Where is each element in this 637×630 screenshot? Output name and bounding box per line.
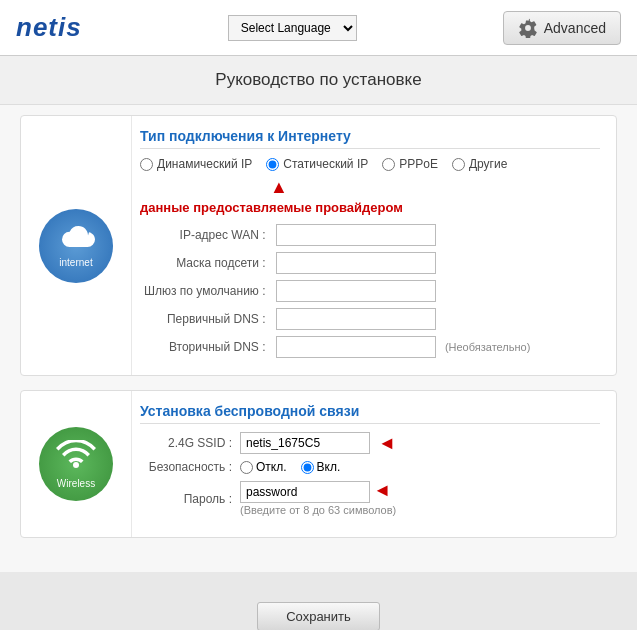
page-title: Руководство по установке	[0, 56, 637, 105]
internet-form-table: IP-адрес WAN : Маска подсети : Шлюз по у…	[140, 221, 600, 361]
secondary-dns-cell: (Необязательно)	[272, 333, 600, 361]
advanced-label: Advanced	[544, 20, 606, 36]
wireless-icon-label: Wireless	[57, 478, 95, 489]
security-on-text: Вкл.	[317, 460, 341, 474]
table-row: Вторичный DNS : (Необязательно)	[140, 333, 600, 361]
gateway-cell	[272, 277, 600, 305]
ssid-value-area: ◄	[240, 432, 396, 454]
radio-pppoe-input[interactable]	[382, 158, 395, 171]
ssid-row: 2.4G SSID : ◄	[140, 432, 600, 454]
ssid-label: 2.4G SSID :	[140, 436, 240, 450]
logo: netis	[16, 12, 82, 43]
security-on-label[interactable]: Вкл.	[301, 460, 341, 474]
radio-dynamic-label: Динамический IP	[157, 157, 252, 171]
wan-ip-label: IP-адрес WAN :	[140, 221, 272, 249]
ssid-input[interactable]	[240, 432, 370, 454]
radio-other[interactable]: Другие	[452, 157, 507, 171]
password-row: Пароль : ◄ (Введите от 8 до 63 символов)	[140, 480, 600, 517]
password-arrow: ◄	[373, 480, 391, 500]
password-value-area: ◄ (Введите от 8 до 63 символов)	[240, 480, 396, 517]
connection-type-radios: Динамический IP Статический IP PPPoE Дру…	[140, 157, 600, 171]
wan-ip-input[interactable]	[276, 224, 436, 246]
subnet-cell	[272, 249, 600, 277]
secondary-dns-input[interactable]	[276, 336, 436, 358]
radio-pppoe-label: PPPoE	[399, 157, 438, 171]
save-button[interactable]: Сохранить	[257, 602, 380, 630]
radio-static-label: Статический IP	[283, 157, 368, 171]
internet-section-body: Тип подключения к Интернету Динамический…	[131, 116, 616, 375]
primary-dns-input[interactable]	[276, 308, 436, 330]
gear-icon	[518, 18, 538, 38]
advanced-button[interactable]: Advanced	[503, 11, 621, 45]
primary-dns-label: Первичный DNS :	[140, 305, 272, 333]
subnet-label: Маска подсети :	[140, 249, 272, 277]
cloud-icon	[55, 223, 97, 255]
isp-note-text: данные предоставляемые провайдером	[140, 200, 403, 215]
security-off-text: Откл.	[256, 460, 287, 474]
internet-icon-circle: internet	[39, 209, 113, 283]
security-off-label[interactable]: Откл.	[240, 460, 287, 474]
internet-section-title: Тип подключения к Интернету	[140, 128, 600, 149]
password-hint: (Введите от 8 до 63 символов)	[240, 504, 396, 516]
radio-dynamic[interactable]: Динамический IP	[140, 157, 252, 171]
wireless-icon-area: Wireless	[21, 391, 131, 537]
radio-static[interactable]: Статический IP	[266, 157, 368, 171]
password-label: Пароль :	[140, 492, 240, 506]
wan-ip-cell	[272, 221, 600, 249]
optional-text: (Необязательно)	[439, 341, 530, 353]
table-row: Первичный DNS :	[140, 305, 600, 333]
gateway-label: Шлюз по умолчанию :	[140, 277, 272, 305]
radio-other-input[interactable]	[452, 158, 465, 171]
internet-section: internet Тип подключения к Интернету Дин…	[20, 115, 617, 376]
gateway-input[interactable]	[276, 280, 436, 302]
footer: Сохранить	[0, 572, 637, 630]
language-select[interactable]: Select Language	[228, 15, 357, 41]
security-on-radio[interactable]	[301, 461, 314, 474]
static-ip-arrow: ▲	[270, 177, 288, 197]
table-row: Маска подсети :	[140, 249, 600, 277]
wireless-icon-circle: Wireless	[39, 427, 113, 501]
header: netis Select Language Advanced	[0, 0, 637, 56]
internet-icon-label: internet	[59, 257, 92, 268]
primary-dns-cell	[272, 305, 600, 333]
secondary-dns-label: Вторичный DNS :	[140, 333, 272, 361]
security-row: Безопасность : Откл. Вкл.	[140, 460, 600, 474]
wireless-section: Wireless Установка беспроводной связи 2.…	[20, 390, 617, 538]
radio-other-label: Другие	[469, 157, 507, 171]
radio-static-input[interactable]	[266, 158, 279, 171]
security-label: Безопасность :	[140, 460, 240, 474]
table-row: IP-адрес WAN :	[140, 221, 600, 249]
isp-note: данные предоставляемые провайдером	[140, 200, 600, 215]
radio-dynamic-input[interactable]	[140, 158, 153, 171]
password-input[interactable]	[240, 481, 370, 503]
wireless-section-title: Установка беспроводной связи	[140, 403, 600, 424]
subnet-input[interactable]	[276, 252, 436, 274]
radio-pppoe[interactable]: PPPoE	[382, 157, 438, 171]
ssid-arrow: ◄	[378, 433, 396, 454]
security-options: Откл. Вкл.	[240, 460, 340, 474]
wireless-section-body: Установка беспроводной связи 2.4G SSID :…	[131, 391, 616, 537]
wifi-icon	[54, 440, 98, 476]
internet-icon-area: internet	[21, 116, 131, 375]
table-row: Шлюз по умолчанию :	[140, 277, 600, 305]
main-content: internet Тип подключения к Интернету Дин…	[0, 105, 637, 572]
security-off-radio[interactable]	[240, 461, 253, 474]
